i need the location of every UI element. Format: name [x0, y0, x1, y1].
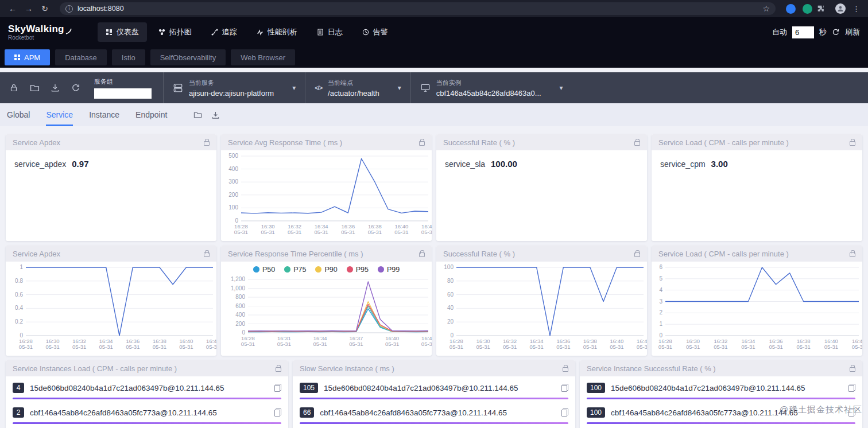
skywalking-logo[interactable]: SkyWalking Rocketbot: [8, 24, 72, 41]
puzzle-extension-icon[interactable]: [817, 5, 831, 13]
copy-icon[interactable]: [561, 384, 568, 392]
nav-label: 仪表盘: [117, 27, 139, 37]
svg-text:60: 60: [447, 291, 454, 298]
svg-text:05-31: 05-31: [126, 344, 140, 350]
app-header: SkyWalking Rocketbot 仪表盘 拓扑图 追踪 性能剖析 日志 …: [0, 17, 868, 47]
folder-icon[interactable]: [193, 111, 202, 119]
tab-apm[interactable]: APM: [5, 49, 50, 65]
legend-item[interactable]: P75: [284, 266, 306, 274]
tab-label: APM: [24, 53, 40, 62]
download-icon[interactable]: [211, 111, 220, 119]
svg-text:05-31: 05-31: [503, 344, 517, 350]
instance-row[interactable]: 2 cbf146a45ab84c26afd8463a05fc773a@10.21…: [6, 401, 288, 421]
chevron-down-icon: ▾: [560, 84, 563, 92]
card-service-apdex-chart: Service Apdex 00.20.40.60.8116:2805-3116…: [6, 246, 216, 356]
card-title: Service Apdex: [13, 138, 60, 147]
instance-icon: [420, 83, 431, 93]
copy-icon[interactable]: [561, 408, 568, 417]
tab-database[interactable]: Database: [55, 49, 107, 65]
percentile-legend[interactable]: P50P75P90P95P99: [221, 262, 432, 274]
sync-icon[interactable]: [65, 72, 86, 103]
nav-log[interactable]: 日志: [309, 22, 351, 42]
instance-row[interactable]: 100 15de606bd08240b4a1d7c21ad063497b@10.…: [580, 376, 862, 396]
auto-refresh-interval-input[interactable]: [792, 26, 814, 38]
instance-name: cbf146a45ab84c26afd8463a05fc773a@10.211.…: [30, 408, 269, 417]
folder-icon[interactable]: [24, 72, 45, 103]
address-bar[interactable]: i localhost:8080 ☆: [60, 2, 776, 15]
back-icon[interactable]: ←: [6, 4, 20, 13]
card-title: Service Response Time Percentile ( ms ): [228, 250, 363, 258]
trace-icon: [211, 29, 218, 36]
tab-endpoint[interactable]: Endpoint: [135, 103, 167, 126]
current-endpoint-selector[interactable]: </> 当前端点 /actuator/health ▾: [305, 72, 410, 103]
extension-teal-icon[interactable]: [803, 4, 812, 14]
tab-web-browser[interactable]: Web Browser: [231, 49, 295, 65]
card-successful-rate: Successful Rate ( % ) service_sla100.00: [436, 134, 647, 241]
info-icon[interactable]: i: [65, 5, 73, 13]
service-icon: [173, 83, 183, 93]
service-load-chart: 012345616:2805-3116:3005-3116:3205-3116:…: [652, 262, 862, 352]
tab-istio[interactable]: Istio: [112, 49, 145, 65]
tab-selfobservability[interactable]: SelfObservability: [150, 49, 226, 65]
bookmark-star-icon[interactable]: ☆: [762, 4, 770, 13]
svg-text:05-31: 05-31: [769, 344, 782, 350]
lock-icon[interactable]: [634, 141, 640, 146]
legend-item[interactable]: P90: [315, 266, 337, 274]
svg-text:800: 800: [235, 294, 245, 300]
instance-name: 15de606bd08240b4a1d7c21ad063497b@10.211.…: [611, 384, 843, 392]
card-title: Service Instance Successful Rate ( % ): [587, 364, 716, 373]
value-badge: 100: [587, 383, 605, 393]
profile-avatar[interactable]: [835, 3, 846, 14]
current-service-selector[interactable]: 当前服务 ajisun-dev:ajisun-platform ▾: [163, 72, 305, 103]
instance-row[interactable]: 4 15de606bd08240b4a1d7c21ad063497b@10.21…: [6, 376, 288, 396]
subtab-label: Global: [7, 110, 30, 119]
instance-name: 15de606bd08240b4a1d7c21ad063497b@10.211.…: [30, 384, 269, 392]
lock-edit-icon[interactable]: [3, 72, 24, 103]
lock-icon[interactable]: [850, 252, 855, 257]
nav-trace[interactable]: 追踪: [203, 22, 245, 42]
value-bar: [300, 398, 568, 399]
lock-icon[interactable]: [563, 367, 568, 372]
svg-text:05-31: 05-31: [824, 344, 838, 350]
auto-refresh-label: 自动: [772, 27, 787, 37]
nav-profile[interactable]: 性能剖析: [249, 22, 305, 42]
nav-topology[interactable]: 拓扑图: [150, 22, 200, 42]
legend-item[interactable]: P99: [378, 266, 400, 274]
lock-icon[interactable]: [850, 141, 855, 146]
copy-icon[interactable]: [274, 408, 281, 417]
copy-icon[interactable]: [848, 384, 855, 392]
refresh-icon[interactable]: [832, 28, 840, 36]
forward-icon[interactable]: →: [22, 4, 36, 13]
lock-icon[interactable]: [634, 252, 640, 257]
instance-row[interactable]: 105 15de606bd08240b4a1d7c21ad063497b@10.…: [293, 376, 575, 396]
browser-menu-icon[interactable]: ⋮: [850, 5, 862, 13]
nav-alarm[interactable]: 告警: [354, 22, 396, 42]
tab-global[interactable]: Global: [7, 103, 30, 126]
tab-instance[interactable]: Instance: [89, 103, 119, 126]
lock-icon[interactable]: [419, 141, 425, 146]
service-group-input[interactable]: [94, 88, 152, 99]
nav-label: 性能剖析: [268, 27, 297, 37]
legend-item[interactable]: P95: [347, 266, 369, 274]
metric-label: service_cpm: [660, 159, 706, 169]
svg-text:05-31: 05-31: [476, 344, 490, 350]
legend-item[interactable]: P50: [253, 266, 275, 274]
extension-blue-icon[interactable]: [786, 4, 796, 14]
download-icon[interactable]: [45, 72, 65, 103]
tab-service[interactable]: Service: [46, 103, 73, 126]
current-endpoint-value: /actuator/health: [328, 89, 379, 98]
lock-icon[interactable]: [204, 252, 210, 257]
copy-icon[interactable]: [274, 384, 281, 392]
reload-icon[interactable]: ↻: [38, 4, 52, 13]
current-service-label: 当前服务: [189, 79, 274, 87]
instance-row[interactable]: 66 cbf146a45ab84c26afd8463a05fc773a@10.2…: [293, 401, 575, 421]
nav-dashboard[interactable]: 仪表盘: [98, 22, 147, 42]
lock-icon[interactable]: [204, 141, 210, 146]
lock-icon[interactable]: [276, 367, 281, 372]
refresh-label[interactable]: 刷新: [845, 27, 860, 37]
svg-text:05-31: 05-31: [714, 344, 727, 350]
lock-icon[interactable]: [850, 367, 855, 372]
svg-text:200: 200: [235, 321, 245, 327]
current-instance-selector[interactable]: 当前实例 cbf146a45ab84c26afd8463a0... ▾: [410, 72, 572, 103]
lock-icon[interactable]: [419, 252, 425, 257]
